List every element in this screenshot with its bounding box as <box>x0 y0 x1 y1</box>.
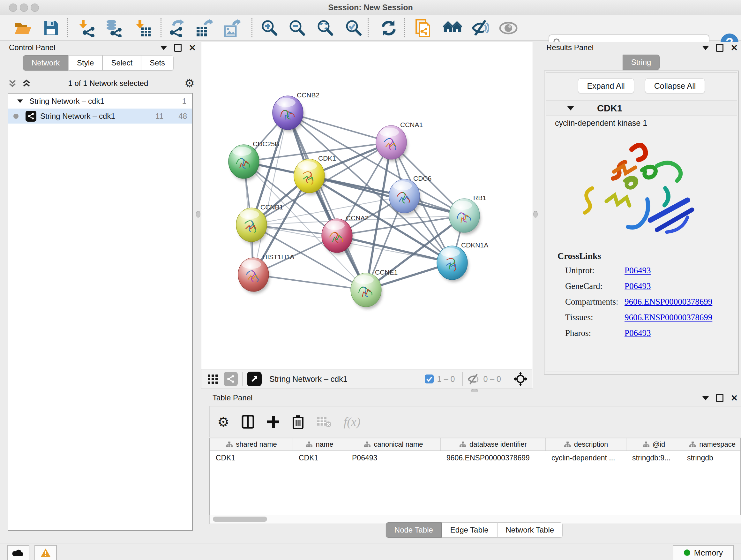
import-network-icon[interactable] <box>77 19 96 37</box>
table-cell[interactable]: stringdb <box>681 454 741 462</box>
edge-HIST1H1A-CCNE1[interactable] <box>253 274 366 290</box>
zoom-selected-icon[interactable] <box>344 19 362 37</box>
crosslink-value-link[interactable]: 9606.ENSP00000378699 <box>624 297 712 307</box>
fit-content-icon[interactable] <box>514 372 528 386</box>
table-cell[interactable]: 9606.ENSP00000378699 <box>441 454 546 462</box>
collapse-all-icon[interactable] <box>7 78 18 89</box>
add-column-icon[interactable] <box>266 415 280 428</box>
tab-select[interactable]: Select <box>103 55 141 71</box>
node-CCNB2[interactable]: CCNB2 <box>273 91 320 132</box>
gear-icon[interactable]: ⚙ <box>185 77 195 90</box>
delete-table-icon[interactable] <box>316 415 332 428</box>
expand-all-button[interactable]: Expand All <box>578 78 634 93</box>
delete-column-icon[interactable] <box>292 415 304 429</box>
tab-sets[interactable]: Sets <box>141 55 174 71</box>
tab-string[interactable]: String <box>623 55 660 70</box>
show-columns-icon[interactable] <box>242 415 254 429</box>
node-label-CCNA2: CCNA2 <box>346 214 368 222</box>
crosslink-value-link[interactable]: P06493 <box>624 281 651 291</box>
refresh-icon[interactable] <box>380 19 398 37</box>
tab-style[interactable]: Style <box>68 55 103 71</box>
column-header-name[interactable]: name <box>293 438 346 450</box>
grid-view-icon[interactable] <box>206 373 219 385</box>
network-canvas[interactable]: CCNB2CCNA1CDC25BCDK1CDC6RB1CCNB1CCNA2CDK… <box>201 42 532 369</box>
clone-network-icon[interactable] <box>414 19 433 37</box>
network-edges[interactable] <box>244 113 464 290</box>
zoom-fit-icon[interactable] <box>316 19 334 37</box>
table-panel: Table Panel ✕ ⚙ f(x) shared namenamecano… <box>207 392 741 543</box>
table-cell[interactable]: stringdb:9... <box>626 454 681 462</box>
crosslink-label: GeneCard: <box>557 281 624 291</box>
first-neighbors-icon[interactable] <box>443 19 462 37</box>
column-header-namespace[interactable]: namespace <box>681 438 741 450</box>
table-cell[interactable]: P06493 <box>346 454 441 462</box>
cdk1-collapse-icon[interactable] <box>567 106 574 111</box>
hidden-eye-icon[interactable] <box>467 374 480 384</box>
column-header-canonical-name[interactable]: canonical name <box>346 438 441 450</box>
export-image-icon[interactable] <box>223 19 241 37</box>
expand-all-icon[interactable] <box>21 78 32 89</box>
separator <box>509 372 509 386</box>
collapse-all-button[interactable]: Collapse All <box>645 78 705 93</box>
column-header-description[interactable]: description <box>546 438 626 450</box>
network-collection-row[interactable]: String Network – cdk1 1 <box>8 94 192 109</box>
edge-CCNB2-HIST1H1A[interactable] <box>253 113 288 274</box>
network-graph[interactable]: CCNB2CCNA1CDC25BCDK1CDC6RB1CCNB1CCNA2CDK… <box>201 42 532 369</box>
table-row[interactable]: CDK1CDK1P064939606.ENSP00000378699cyclin… <box>210 451 740 464</box>
scrollbar-thumb[interactable] <box>213 516 267 522</box>
export-table-icon[interactable] <box>195 19 213 37</box>
collection-expand-icon[interactable] <box>17 99 23 103</box>
left-splitter-handle[interactable] <box>196 211 200 218</box>
node-CCNA1[interactable]: CCNA1 <box>376 121 423 162</box>
results-panel-close-icon[interactable]: ✕ <box>731 45 738 51</box>
results-panel-title: Results Panel <box>546 43 594 52</box>
hide-selected-icon[interactable] <box>471 19 489 37</box>
node-HIST1H1A[interactable]: HIST1H1A <box>238 253 294 294</box>
birdseye-toggle-icon[interactable] <box>247 372 262 386</box>
control-panel-close-icon[interactable]: ✕ <box>189 45 196 51</box>
table-cell[interactable]: CDK1 <box>210 454 293 462</box>
control-panel-float-icon[interactable] <box>174 44 182 52</box>
table-settings-gear-icon[interactable]: ⚙ <box>217 414 229 430</box>
network-row-selected[interactable]: String Network – cdk1 11 48 <box>8 109 192 124</box>
cloud-button[interactable] <box>7 545 29 560</box>
column-header-database-identifier[interactable]: database identifier <box>441 438 546 450</box>
save-icon[interactable] <box>42 19 60 37</box>
zoom-in-icon[interactable] <box>260 19 278 37</box>
table-panel-menu-icon[interactable] <box>702 396 709 400</box>
graphics-details-icon[interactable] <box>499 19 518 37</box>
crosslink-value-link[interactable]: 9606.ENSP00000378699 <box>624 313 712 322</box>
open-folder-icon[interactable] <box>13 19 32 37</box>
column-header-shared-name[interactable]: shared name <box>210 438 293 450</box>
node-table[interactable]: shared namenamecanonical namedatabase id… <box>209 438 741 516</box>
tab-network-table[interactable]: Network Table <box>497 522 563 538</box>
import-database-icon[interactable] <box>105 19 123 37</box>
results-panel-menu-icon[interactable] <box>702 46 709 50</box>
selected-checkbox-icon[interactable] <box>424 374 434 384</box>
tab-network[interactable]: Network <box>23 55 68 71</box>
right-splitter-handle[interactable] <box>533 211 538 218</box>
table-cell[interactable]: CDK1 <box>293 454 346 462</box>
table-panel-float-icon[interactable] <box>716 394 724 402</box>
results-panel-float-icon[interactable] <box>716 44 724 52</box>
node-RB1[interactable]: RB1 <box>449 194 486 235</box>
edge-CCNB2-CCNE1[interactable] <box>288 113 366 290</box>
crosslink-row: GeneCard:P06493 <box>557 281 731 291</box>
crosslink-value-link[interactable]: P06493 <box>624 328 651 338</box>
control-panel-menu-icon[interactable] <box>160 46 167 50</box>
tab-node-table[interactable]: Node Table <box>386 522 442 538</box>
cdk1-section-header[interactable]: CDK1 <box>546 101 737 116</box>
function-builder-icon[interactable]: f(x) <box>344 415 360 429</box>
warning-button[interactable] <box>35 545 57 560</box>
tab-edge-table[interactable]: Edge Table <box>442 522 497 538</box>
column-header-label: shared name <box>236 440 277 449</box>
column-header--id[interactable]: @id <box>626 438 681 450</box>
table-cell[interactable]: cyclin-dependent ... <box>546 454 626 462</box>
import-table-icon[interactable] <box>134 19 152 37</box>
zoom-out-icon[interactable] <box>287 19 306 37</box>
table-panel-close-icon[interactable]: ✕ <box>731 395 738 401</box>
export-network-icon[interactable] <box>167 19 186 37</box>
crosslink-value-link[interactable]: P06493 <box>624 266 651 275</box>
memory-button[interactable]: Memory <box>673 545 734 560</box>
share-view-icon[interactable] <box>224 372 238 386</box>
